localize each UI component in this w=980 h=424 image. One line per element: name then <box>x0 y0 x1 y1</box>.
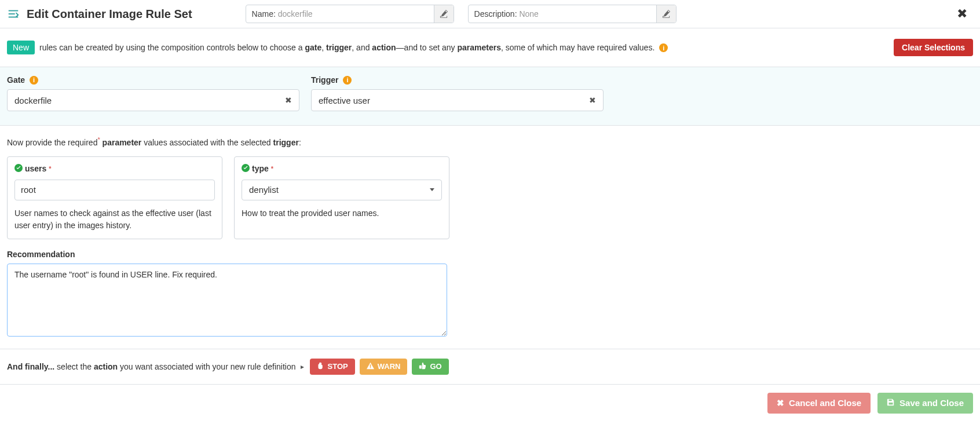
close-icon[interactable]: ✖ <box>951 6 973 21</box>
param-type-header: type* <box>242 164 442 174</box>
name-field[interactable]: Name: dockerfile <box>246 5 454 23</box>
param-card-users: users* User names to check against as th… <box>7 156 222 239</box>
chevron-right-icon: ▸ <box>301 363 304 371</box>
description-field[interactable]: Description: None <box>468 5 677 23</box>
action-section: And finally... select the action you wan… <box>0 349 980 385</box>
ruleset-icon <box>7 8 20 20</box>
name-field-text: Name: dockerfile <box>246 9 313 19</box>
trigger-select[interactable]: effective user ✖ <box>311 89 604 111</box>
chevron-down-icon <box>430 188 434 191</box>
users-desc: User names to check against as the effec… <box>14 207 215 232</box>
recommendation-label: Recommendation <box>7 250 973 259</box>
recommendation-textarea[interactable] <box>7 264 447 337</box>
trigger-label: Trigger i <box>311 75 604 85</box>
go-button[interactable]: GO <box>412 359 448 375</box>
edit-description-button[interactable] <box>656 5 676 23</box>
stop-button[interactable]: STOP <box>310 359 355 375</box>
check-icon <box>242 164 250 174</box>
description-field-text: Description: None <box>469 9 539 19</box>
save-close-button[interactable]: Save and Close <box>877 393 973 414</box>
action-prompt: And finally... select the action you wan… <box>7 362 296 371</box>
trigger-clear-icon[interactable]: ✖ <box>589 96 596 105</box>
gate-select[interactable]: dockerfile ✖ <box>7 89 299 111</box>
gate-value: dockerfile <box>14 96 285 105</box>
page-title: Edit Container Image Rule Set <box>27 8 192 21</box>
gate-clear-icon[interactable]: ✖ <box>285 96 292 105</box>
info-icon[interactable]: i <box>659 43 668 52</box>
check-icon <box>14 164 23 174</box>
new-badge: New <box>7 41 35 54</box>
param-users-header: users* <box>14 164 215 174</box>
param-card-type: type* denylist How to treat the provided… <box>234 156 449 239</box>
save-icon <box>887 398 895 408</box>
trigger-value: effective user <box>319 96 589 105</box>
cancel-close-button[interactable]: ✖ Cancel and Close <box>767 393 871 414</box>
info-icon[interactable]: i <box>30 76 38 85</box>
footer-bar: ✖ Cancel and Close Save and Close <box>0 385 980 424</box>
hand-icon <box>317 362 324 371</box>
gate-label: Gate i <box>7 75 299 85</box>
type-desc: How to treat the provided user names. <box>242 207 442 220</box>
edit-name-button[interactable] <box>434 5 454 23</box>
type-value: denylist <box>249 185 279 195</box>
header-bar: Edit Container Image Rule Set Name: dock… <box>0 0 980 28</box>
gate-trigger-section: Gate i dockerfile ✖ Trigger i effective … <box>0 67 980 126</box>
parameter-section: Now provide the required* parameter valu… <box>0 126 980 349</box>
clear-selections-button[interactable]: Clear Selections <box>894 39 973 56</box>
parameter-prompt: Now provide the required* parameter valu… <box>7 136 973 147</box>
users-input[interactable] <box>14 180 215 200</box>
info-icon[interactable]: i <box>343 76 352 85</box>
warning-icon <box>367 362 374 371</box>
warn-button[interactable]: WARN <box>360 359 408 375</box>
type-select[interactable]: denylist <box>242 180 442 200</box>
intro-bar: New rules can be created by using the co… <box>0 28 980 67</box>
close-icon: ✖ <box>777 398 784 408</box>
intro-text: rules can be created by using the compos… <box>39 43 668 53</box>
thumbs-up-icon <box>419 362 426 371</box>
